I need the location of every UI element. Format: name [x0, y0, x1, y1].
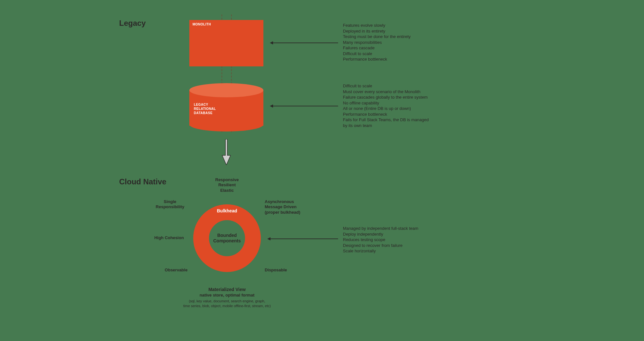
bullet: Many responsibilities [343, 40, 411, 45]
arrow-to-ring [268, 239, 338, 239]
materialized-view-block: Materialized View native store, optimal … [161, 287, 293, 308]
database-cylinder: LEGACY RELATIONAL DATABASE [189, 83, 263, 132]
bullet: Designed to recover from failure [343, 243, 418, 248]
label-line: Asynchronous [265, 199, 313, 204]
ring-center-line: Components [213, 238, 241, 244]
around-label-lower-right: Disposable [265, 268, 303, 273]
ring-bullets: Managed by independent full-stack team D… [343, 226, 418, 254]
db-label-line: RELATIONAL [194, 107, 216, 111]
arrow-to-database [270, 106, 338, 106]
ring-center-line: Bounded [213, 233, 241, 239]
label-line: Single [151, 199, 189, 204]
label-line: Responsibility [151, 204, 189, 209]
ring-center: Bounded Components [209, 220, 245, 256]
db-label-line: DATABASE [194, 111, 216, 115]
bullet: Deployed in its entirety [343, 28, 411, 34]
ring-outer: Bounded Components [193, 204, 261, 272]
db-label-line: LEGACY [194, 102, 216, 107]
around-label-upper-right: Asynchronous Message Driven (proper bulk… [265, 199, 313, 215]
bullet: Reduces testing scope [343, 237, 418, 243]
around-label-upper-left: Single Responsibility [151, 199, 189, 210]
bullet: Failure cascades globally to the entire … [343, 94, 429, 100]
bullet: Failures cascade [343, 45, 411, 51]
ring-top-label: Bulkhead [193, 208, 261, 213]
database-bullets: Difficult to scale Must cover every scen… [343, 83, 429, 128]
bullet: Performance bottleneck [343, 112, 429, 117]
bullet: Difficult to scale [343, 51, 411, 57]
label-line: Resilient [206, 182, 248, 188]
around-label-mid-left: High Cohesion [148, 235, 190, 240]
bullet: Scale horizontally [343, 248, 418, 254]
diagram-stage: Legacy MONOLITH Features evolve slowly D… [0, 0, 644, 341]
mv-detail-line: time series, blob, object, mobile offlin… [161, 304, 293, 308]
mv-detail-line: (sql, key value, document, search engine… [161, 299, 293, 304]
db-label: LEGACY RELATIONAL DATABASE [194, 102, 216, 115]
bullet: Features evolve slowly [343, 23, 411, 28]
bounded-components-ring: Bounded Components Bulkhead [193, 204, 261, 272]
bullet: Fails for Full Stack Teams, the DB is ma… [343, 117, 429, 123]
label-line: Responsive [206, 177, 248, 182]
arrow-to-monolith [270, 43, 338, 43]
around-label-lower-left: Observable [158, 268, 194, 273]
bullet: All or none (Entire DB is up or down) [343, 106, 429, 112]
section-title-cloud-native: Cloud Native [119, 177, 166, 186]
mv-title: Materialized View [161, 287, 293, 292]
monolith-label: MONOLITH [193, 23, 211, 26]
bullet: Managed by independent full-stack team [343, 226, 418, 231]
around-label-top: Responsive Resilient Elastic [206, 177, 248, 193]
bullet: by its own team [343, 123, 429, 129]
transition-arrow-icon [222, 139, 231, 165]
bullet: Testing must be done for the entirety [343, 34, 411, 40]
bullet: Difficult to scale [343, 83, 429, 89]
db-top-ellipse [189, 83, 263, 97]
section-title-legacy: Legacy [119, 19, 146, 28]
bullet: Deploy independently [343, 231, 418, 237]
bullet: No offline capability [343, 100, 429, 106]
monolith-bullets: Features evolve slowly Deployed in its e… [343, 23, 411, 62]
label-line: Elastic [206, 188, 248, 193]
monolith-box: MONOLITH [189, 20, 263, 66]
mv-subtitle: native store, optimal format [161, 293, 293, 297]
bullet: Performance bottleneck [343, 56, 411, 62]
label-line: Message Driven [265, 204, 313, 209]
bullet: Must cover every scenario of the Monolit… [343, 89, 429, 95]
label-line: (proper bulkhead) [265, 210, 313, 215]
